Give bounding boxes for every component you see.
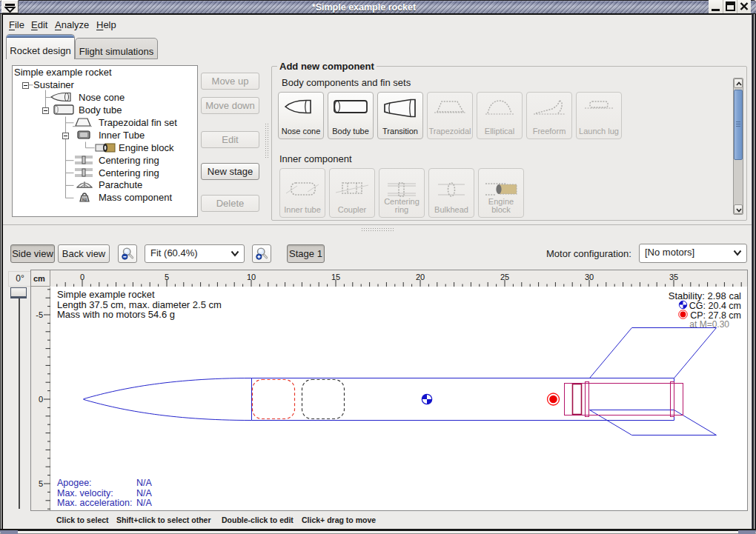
svg-text:-5: -5: [36, 310, 43, 319]
svg-text:35: 35: [669, 273, 678, 281]
svg-text:5: 5: [165, 273, 169, 281]
svg-text:30: 30: [585, 273, 594, 281]
svg-text:20: 20: [416, 273, 425, 281]
svg-text:N/A: N/A: [136, 478, 153, 488]
svg-text:25: 25: [500, 273, 509, 281]
svg-text:N/A: N/A: [136, 488, 153, 498]
svg-text:5: 5: [39, 479, 43, 488]
svg-text:Mass with no motors 54.6 g: Mass with no motors 54.6 g: [57, 309, 175, 320]
svg-text:10: 10: [247, 273, 256, 281]
svg-text:Max. velocity:: Max. velocity:: [57, 488, 113, 498]
svg-text:kg: kg: [82, 197, 87, 201]
svg-text:0: 0: [80, 273, 84, 281]
svg-text:at M=0.30: at M=0.30: [689, 319, 729, 330]
svg-text:Apogee:: Apogee:: [57, 478, 92, 488]
svg-text:CG: 20.4 cm: CG: 20.4 cm: [689, 301, 741, 311]
svg-text:0: 0: [39, 395, 43, 404]
svg-text:Stability: 2.98 cal: Stability: 2.98 cal: [669, 290, 741, 301]
svg-text:Max. acceleration:: Max. acceleration:: [57, 498, 132, 508]
svg-text:N/A: N/A: [136, 498, 153, 508]
svg-text:15: 15: [331, 273, 340, 281]
